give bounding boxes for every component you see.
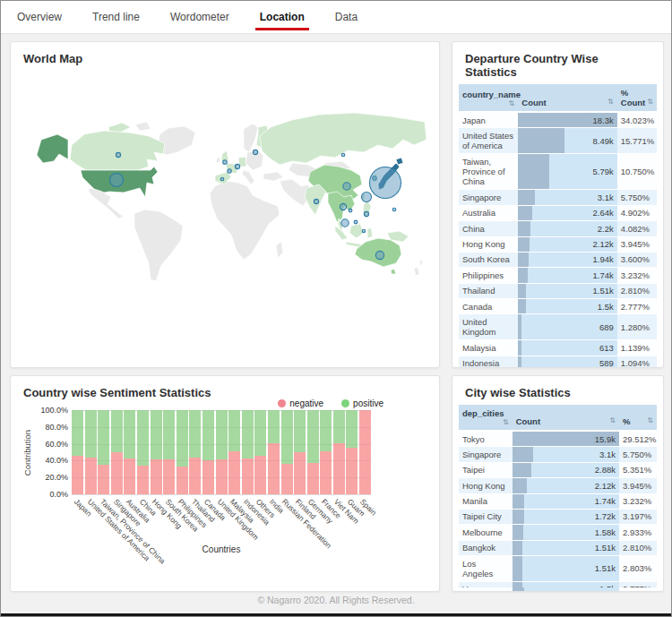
column-header: %⇅ xyxy=(619,405,657,431)
sort-icon[interactable]: ⇅ xyxy=(503,418,509,426)
cell-name: Tokyo xyxy=(459,431,513,447)
map-bubble-germany[interactable] xyxy=(235,164,239,168)
map-bubble-taiwan[interactable] xyxy=(362,193,372,202)
count-value: 3.1k xyxy=(513,447,619,461)
negative-segment xyxy=(307,463,319,494)
legend-item-positive[interactable]: positive xyxy=(341,398,383,408)
cell-count: 1.5k xyxy=(518,299,617,314)
cell-count: 689 xyxy=(518,314,617,340)
legend-item-negative[interactable]: negative xyxy=(278,398,323,408)
stacked-bar-australia xyxy=(124,410,135,494)
map-bubble-malaysia[interactable] xyxy=(354,220,358,224)
y-tick-label: 0.0% xyxy=(27,490,68,499)
table-row: Taipei2.88k5.351% xyxy=(459,462,657,477)
cell-count: 1.51k xyxy=(518,283,617,298)
negative-segment xyxy=(294,452,306,494)
map-bubble-united-states[interactable] xyxy=(110,174,124,187)
legend-dot-icon xyxy=(341,399,349,407)
country-south-america xyxy=(134,210,183,281)
tab-wordometer[interactable]: Wordometer xyxy=(168,1,231,33)
country-borneo xyxy=(349,224,364,238)
tab-location[interactable]: Location xyxy=(258,1,306,33)
sort-icon[interactable]: ⇅ xyxy=(607,98,614,106)
table-row: Indonesia5891.094% xyxy=(459,356,657,368)
map-bubble-japan[interactable] xyxy=(370,167,401,199)
cell-percent: 29.512% xyxy=(619,431,657,447)
map-bubble-china[interactable] xyxy=(343,183,350,190)
cell-percent: 5.750% xyxy=(619,447,657,462)
cell-count: 2.12k xyxy=(513,478,619,493)
table-row: Hong Kong2.12k3.945% xyxy=(459,236,657,252)
stacked-bar-philippines xyxy=(177,410,188,494)
sentiment-chart-panel: Country wise Sentiment Statistics negati… xyxy=(10,375,440,592)
sort-icon[interactable]: ⇅ xyxy=(647,416,653,424)
positive-segment xyxy=(177,410,188,467)
stacked-bar-thailand xyxy=(189,410,201,494)
sort-icon[interactable]: ⇅ xyxy=(509,99,515,107)
map-bubble-philippines[interactable] xyxy=(364,211,368,216)
map-bubble-united-kingdom[interactable] xyxy=(223,160,228,165)
positive-segment xyxy=(307,410,319,463)
negative-segment xyxy=(346,448,358,494)
map-bubble-india[interactable] xyxy=(314,199,318,203)
map-bubble-thailand[interactable] xyxy=(349,209,352,212)
map-bubble-indonesia[interactable] xyxy=(362,229,365,232)
cell-percent: 15.771% xyxy=(617,128,657,154)
table-row: Hong Kong2.12k3.945% xyxy=(459,478,657,493)
cell-name: Los Angeles xyxy=(459,556,513,582)
stacked-bar-guam xyxy=(346,410,358,494)
cell-count: 3.1k xyxy=(513,447,619,462)
map-bubble-singapore[interactable] xyxy=(341,219,349,227)
cell-name: Japan xyxy=(459,112,518,128)
positive-segment xyxy=(228,410,240,451)
stacked-bar-united-kingdom xyxy=(216,410,228,494)
count-value: 2.12k xyxy=(518,237,617,252)
tab-data[interactable]: Data xyxy=(333,1,359,33)
positive-segment xyxy=(151,410,162,459)
map-bubble-spain[interactable] xyxy=(220,177,224,181)
cell-percent: 3.232% xyxy=(617,268,657,283)
tab-trend-line[interactable]: Trend line xyxy=(90,1,142,33)
country-new-zealand-north xyxy=(419,260,423,267)
count-value: 689 xyxy=(518,320,617,334)
table-row: Singapore3.1k5.750% xyxy=(459,190,657,205)
legend-dot-icon xyxy=(278,399,286,407)
cell-count: 15.9k xyxy=(513,431,619,447)
cell-name: China xyxy=(459,221,518,236)
count-value: 1.94k xyxy=(518,253,617,267)
column-header: country_name⇅ xyxy=(459,84,518,112)
cell-percent: 1.139% xyxy=(617,340,657,356)
map-bubble-hong-kong[interactable] xyxy=(340,203,346,210)
positive-segment xyxy=(254,410,266,456)
stacked-bar-south-korea xyxy=(163,410,175,494)
count-value: 18.3k xyxy=(518,113,617,127)
cell-count: 2.2k xyxy=(518,221,617,236)
cell-count: 2.64k xyxy=(518,205,617,220)
cell-count: 1.74k xyxy=(513,493,619,509)
map-bubble-russia[interactable] xyxy=(341,153,345,157)
sentiment-chart: Country wise Sentiment Statistics negati… xyxy=(11,376,439,591)
panel-title: City wise Statistics xyxy=(452,376,663,402)
map-bubble-finland[interactable] xyxy=(253,150,257,154)
map-bubble-australia[interactable] xyxy=(375,251,383,259)
departure-stats-table: country_name⇅Count⇅% Count⇅ Japan18.3k34… xyxy=(459,84,657,368)
cell-count: 5.79k xyxy=(518,154,617,190)
count-value: 1.74k xyxy=(518,268,617,282)
tab-overview[interactable]: Overview xyxy=(15,1,64,33)
cell-percent: 1.094% xyxy=(617,356,657,368)
map-bubble-france[interactable] xyxy=(228,169,231,173)
sort-icon[interactable]: ⇅ xyxy=(647,98,653,106)
positive-segment xyxy=(163,410,175,459)
map-bubble-guam[interactable] xyxy=(392,208,396,211)
cell-percent: 1.280% xyxy=(617,314,657,340)
column-header: Count⇅ xyxy=(513,405,619,431)
sort-icon[interactable]: ⇅ xyxy=(609,416,616,424)
cell-name: United States of America xyxy=(459,128,518,154)
cell-percent: 3.600% xyxy=(617,252,657,267)
cell-percent: 3.232% xyxy=(619,493,657,509)
cell-percent: 5.750% xyxy=(617,190,657,205)
map-bubble-canada[interactable] xyxy=(116,152,120,157)
cell-percent: 5.351% xyxy=(619,462,657,477)
count-value: 1.51k xyxy=(513,561,619,576)
country-turkey xyxy=(263,172,283,181)
